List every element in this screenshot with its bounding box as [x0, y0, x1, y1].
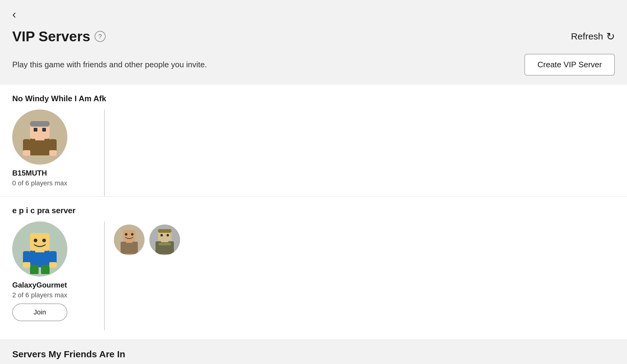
create-vip-server-button[interactable]: Create VIP Server	[524, 54, 615, 76]
svg-point-26	[131, 233, 133, 236]
svg-rect-1	[30, 139, 50, 155]
player-count-1: 0 of 6 players max	[12, 179, 67, 187]
join-server-2-button[interactable]: Join	[12, 303, 67, 321]
players-area-2	[105, 221, 615, 255]
host-name-2: GalaxyGourmet	[12, 281, 67, 289]
back-button[interactable]: ‹	[12, 9, 16, 20]
host-avatar-1	[12, 110, 67, 165]
svg-rect-15	[30, 265, 39, 274]
server-host-area-2: GalaxyGourmet 2 of 6 players max Join	[12, 221, 104, 330]
bottom-section: Servers My Friends Are In	[0, 340, 627, 359]
server-host-area-1: B15MUTH 0 of 6 players max	[12, 110, 104, 196]
svg-rect-3	[49, 139, 57, 152]
svg-rect-5	[49, 150, 57, 156]
host-name-1: B15MUTH	[12, 169, 47, 177]
svg-rect-9	[42, 128, 46, 132]
svg-point-32	[160, 234, 163, 236]
svg-rect-22	[35, 250, 44, 252]
host-avatar-2	[12, 221, 67, 277]
svg-rect-24	[123, 230, 135, 241]
svg-point-21	[42, 239, 46, 242]
svg-rect-17	[23, 262, 30, 268]
refresh-button[interactable]: Refresh ↻	[571, 30, 615, 43]
friends-section-title: Servers My Friends Are In	[12, 349, 615, 359]
svg-rect-12	[30, 251, 50, 267]
svg-rect-16	[41, 265, 50, 274]
help-icon[interactable]: ?	[95, 31, 106, 42]
svg-rect-31	[158, 229, 171, 233]
svg-rect-2	[23, 139, 30, 152]
svg-rect-13	[23, 251, 30, 264]
server-divider-1	[104, 110, 105, 196]
svg-point-25	[125, 233, 127, 236]
svg-point-20	[34, 239, 37, 242]
server-item-2: e p i c pra server	[0, 196, 627, 340]
server-name-1: No Windy While I Am Afk	[12, 94, 615, 103]
title-left: VIP Servers ?	[12, 28, 106, 45]
svg-rect-8	[34, 128, 37, 132]
svg-point-33	[167, 234, 169, 236]
svg-rect-14	[49, 251, 57, 264]
server-content-2: GalaxyGourmet 2 of 6 players max Join	[12, 221, 615, 330]
svg-rect-35	[161, 240, 168, 242]
players-area-1	[105, 110, 615, 113]
header-bar: ‹	[0, 0, 627, 25]
svg-rect-19	[30, 233, 50, 251]
refresh-icon: ↻	[606, 30, 615, 43]
player-count-2: 2 of 6 players max	[12, 291, 67, 299]
svg-rect-7	[30, 121, 50, 127]
refresh-label: Refresh	[571, 31, 603, 42]
svg-rect-4	[23, 150, 30, 156]
description-text: Play this game with friends and other pe…	[12, 60, 207, 69]
svg-rect-27	[121, 242, 138, 254]
server-name-2: e p i c pra server	[12, 206, 615, 215]
server-content-1: B15MUTH 0 of 6 players max	[12, 110, 615, 196]
svg-rect-28	[126, 240, 132, 243]
server-item-1: No Windy While I Am Afk	[0, 85, 627, 196]
player-avatar-2	[149, 225, 180, 255]
player-avatar-1	[114, 225, 145, 255]
description-row: Play this game with friends and other pe…	[0, 51, 627, 85]
svg-rect-18	[49, 262, 57, 268]
back-icon: ‹	[12, 8, 16, 21]
svg-rect-10	[35, 138, 44, 140]
page-container: ‹ VIP Servers ? Refresh ↻ Play this game…	[0, 0, 627, 364]
page-title: VIP Servers	[12, 28, 90, 45]
title-section: VIP Servers ? Refresh ↻	[0, 25, 627, 51]
svg-rect-36	[159, 243, 171, 245]
